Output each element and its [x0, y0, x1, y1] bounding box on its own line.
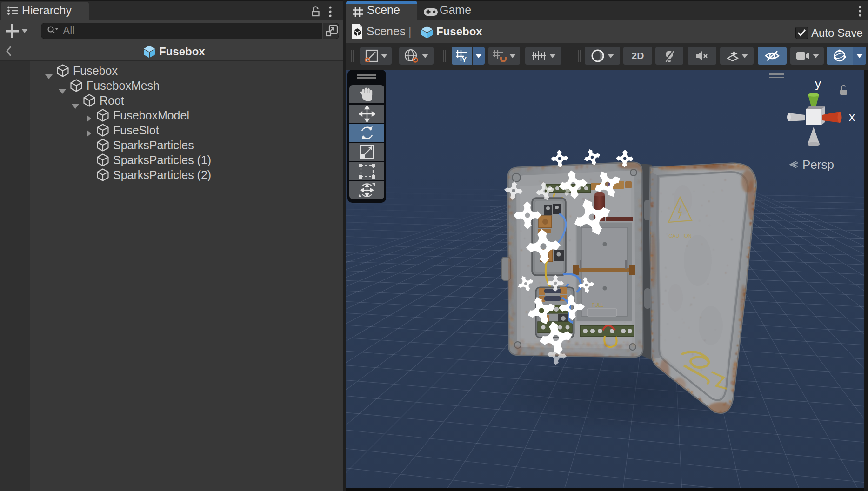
svg-text:PULL: PULL: [592, 303, 603, 308]
svg-text:CAUTION: CAUTION: [668, 233, 692, 239]
svg-text:Y: Y: [462, 55, 467, 63]
svg-text:x: x: [849, 110, 855, 124]
svg-text:Persp: Persp: [802, 158, 834, 172]
svg-text:y: y: [815, 77, 821, 91]
